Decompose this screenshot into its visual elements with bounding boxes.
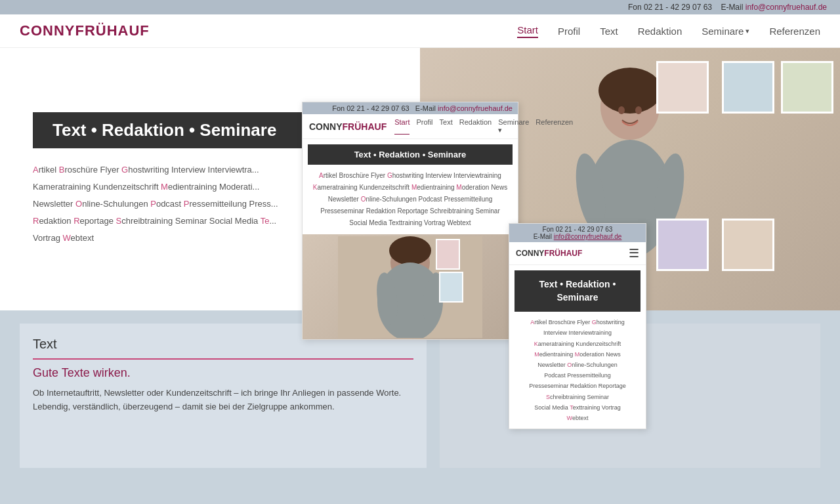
text-section-subheading: Gute Texte wirken. [33, 366, 413, 380]
email-link[interactable]: info@connyfruehauf.de [746, 3, 827, 12]
nav-referenzen[interactable]: Referenzen [769, 26, 820, 37]
overlay-mobile-tags: Artikel Broschüre Flyer Ghostwriting Int… [509, 317, 646, 429]
nav-seminare[interactable]: Seminare [702, 26, 749, 37]
svg-point-9 [389, 236, 431, 265]
overlay-phone: 02 21 - 42 29 07 63 [346, 104, 409, 112]
main-nav: CONNYFRÜHAUF Start Profil Text Redaktion… [0, 14, 840, 48]
overlay-mobile: Fon 02 21 - 42 29 07 63 E-Mail info@conn… [509, 223, 646, 429]
artwork-thumb-3 [781, 61, 833, 114]
svg-point-6 [635, 106, 642, 114]
overlay-mobile-nav: CONNYFRÜHAUF ☰ [509, 242, 646, 265]
svg-rect-13 [436, 240, 459, 269]
overlay-person-photo [303, 234, 518, 339]
hamburger-menu[interactable]: ☰ [629, 246, 639, 261]
text-section-body: Ob Internetauftritt, Newsletter oder Kun… [33, 387, 413, 414]
overlay-nav-start[interactable]: Start [394, 118, 410, 135]
overlay-person-silhouette [338, 236, 482, 338]
overlay-desktop-nav: CONNYFRÜHAUF Start Profil Text Redaktion… [303, 114, 518, 139]
overlay-tags: Artikel Broschüre Flyer Ghostwriting Int… [303, 170, 518, 234]
nav-text[interactable]: Text [600, 26, 618, 37]
svg-rect-14 [440, 272, 463, 302]
overlay-logo: CONNYFRÜHAUF [309, 121, 387, 132]
overlay-mobile-title: Text • Redaktion • Seminare [514, 270, 640, 312]
overlay-email[interactable]: info@connyfruehauf.de [438, 104, 513, 112]
overlay-desktop: Fon 02 21 - 42 29 07 63 E-Mail info@conn… [302, 102, 518, 340]
overlay-mobile-phone: 02 21 - 42 29 07 63 [556, 226, 613, 233]
overlay-desktop-topbar: Fon 02 21 - 42 29 07 63 E-Mail info@conn… [303, 102, 518, 114]
email-label: E-Mail [721, 3, 743, 12]
nav-profil[interactable]: Profil [558, 26, 580, 37]
overlay-nav-text[interactable]: Text [440, 118, 453, 135]
artwork-thumb-5 [722, 219, 774, 271]
site-logo[interactable]: CONNYFRÜHAUF [20, 22, 150, 39]
overlay-nav-seminare[interactable]: Seminare ▾ [498, 118, 529, 135]
svg-point-1 [598, 68, 662, 114]
overlay-mobile-logo: CONNYFRÜHAUF [516, 249, 582, 258]
overlay-hero-title: Text • Redaktion • Seminare [308, 144, 513, 165]
overlay-nav-profil[interactable]: Profil [416, 118, 432, 135]
nav-links: Start Profil Text Redaktion Seminare Ref… [517, 24, 820, 38]
nav-start[interactable]: Start [517, 24, 538, 38]
logo-part1: CONNY [20, 22, 75, 39]
overlay-nav-referenzen[interactable]: Referenzen [536, 118, 573, 135]
artwork-thumb-2 [722, 61, 774, 114]
nav-redaktion[interactable]: Redaktion [638, 26, 682, 37]
overlay-mobile-topbar: Fon 02 21 - 42 29 07 63 E-Mail info@conn… [509, 224, 646, 242]
logo-part2: FRÜHAUF [75, 22, 149, 39]
artwork-thumb-4 [656, 219, 709, 271]
overlay-nav-redaktion[interactable]: Redaktion [459, 118, 492, 135]
artwork-thumb-1 [656, 61, 709, 114]
overlay-nav-links: Start Profil Text Redaktion Seminare ▾ R… [394, 118, 573, 135]
phone-label: Fon [628, 3, 642, 12]
overlay-mobile-email[interactable]: info@connyfruehauf.de [554, 233, 622, 240]
top-bar: Fon 02 21 - 42 29 07 63 E-Mail info@conn… [0, 0, 840, 14]
divider [33, 358, 413, 360]
text-section: Text Gute Texte wirken. Ob Internetauftr… [20, 324, 427, 468]
svg-point-5 [618, 106, 625, 114]
phone-number: 02 21 - 42 29 07 63 [644, 3, 712, 12]
